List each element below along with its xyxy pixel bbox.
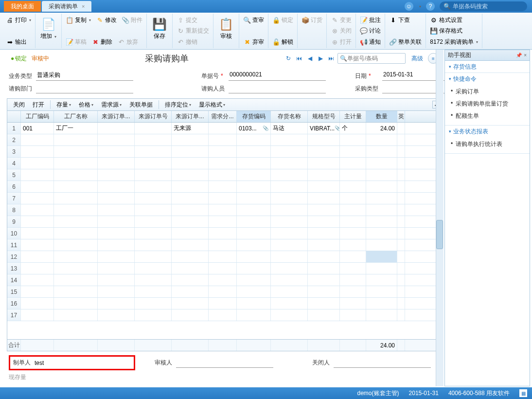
table-cell[interactable] [271, 298, 308, 309]
table-row[interactable]: 16 [7, 298, 442, 309]
table-cell[interactable] [98, 169, 135, 181]
table-cell[interactable] [54, 274, 98, 286]
table-cell[interactable] [340, 146, 366, 157]
table-cell[interactable] [308, 181, 340, 192]
grid-stock-button[interactable]: 存量▾ [53, 100, 74, 110]
table-cell[interactable] [271, 228, 308, 239]
table-cell[interactable] [172, 274, 209, 286]
table-cell[interactable] [135, 158, 172, 169]
table-cell[interactable] [340, 309, 366, 321]
order-button[interactable]: 📦订货 [300, 15, 324, 25]
table-cell[interactable] [237, 134, 271, 145]
biz-type-value[interactable]: 普通采购 [36, 71, 133, 81]
table-cell[interactable] [135, 251, 172, 262]
table-cell[interactable] [397, 181, 405, 192]
discard-button[interactable]: ↶放弃 [115, 36, 140, 47]
table-cell[interactable] [397, 298, 405, 309]
table-row[interactable]: 9 [7, 216, 442, 228]
column-header[interactable]: 来源订单... [98, 111, 135, 122]
table-cell[interactable] [366, 193, 397, 204]
last-button[interactable]: ⏭ [327, 54, 336, 63]
table-cell[interactable]: 14 [7, 274, 21, 286]
table-cell[interactable]: 8 [7, 204, 21, 216]
table-cell[interactable]: 24.00 [366, 123, 397, 134]
sidebar-item[interactable]: 采购订单 [445, 86, 530, 98]
table-cell[interactable] [271, 251, 308, 262]
table-cell[interactable] [98, 216, 135, 227]
table-cell[interactable] [21, 158, 54, 169]
table-cell[interactable] [172, 181, 209, 192]
table-cell[interactable]: 16 [7, 298, 21, 309]
tab-purchase-requisition[interactable]: 采购请购单× [42, 1, 91, 12]
table-row[interactable]: 6 [7, 181, 442, 193]
table-cell[interactable] [366, 309, 397, 321]
table-cell[interactable] [308, 169, 340, 181]
table-cell[interactable] [209, 146, 237, 157]
table-cell[interactable] [135, 204, 172, 216]
table-cell[interactable] [237, 193, 271, 204]
table-cell[interactable] [172, 158, 209, 169]
table-cell[interactable] [209, 286, 237, 297]
resubmit-button[interactable]: ↻重新提交 [175, 26, 211, 36]
table-cell[interactable] [209, 309, 237, 321]
table-cell[interactable] [366, 239, 397, 251]
table-cell[interactable] [135, 286, 172, 297]
table-cell[interactable] [21, 204, 54, 216]
table-cell[interactable] [237, 239, 271, 251]
table-cell[interactable] [54, 169, 98, 181]
copy-button[interactable]: 📋复制▾ [64, 15, 93, 25]
table-row[interactable]: 1001工厂一无来源0103...📎马达VIBRAT...📎个24.00 [7, 123, 442, 134]
audit-button[interactable]: 📋 审核 [215, 15, 237, 42]
table-cell[interactable] [54, 193, 98, 204]
table-cell[interactable] [397, 204, 405, 216]
table-row[interactable]: 2 [7, 134, 442, 146]
table-cell[interactable] [271, 181, 308, 192]
draft-button[interactable]: 📝草稿 [64, 36, 89, 47]
table-cell[interactable] [21, 309, 54, 321]
table-cell[interactable] [209, 169, 237, 181]
close-button[interactable]: ⊗关闭 [329, 26, 354, 36]
table-cell[interactable] [54, 146, 98, 157]
person-value[interactable] [229, 84, 326, 93]
attach-button[interactable]: 📎附件 [120, 15, 144, 25]
table-cell[interactable] [237, 169, 271, 181]
table-cell[interactable] [21, 263, 54, 274]
table-row[interactable]: 5 [7, 169, 442, 181]
sidebar-item[interactable]: 采购请购单批量订货 [445, 98, 530, 110]
table-cell[interactable] [54, 181, 98, 192]
table-cell[interactable] [271, 216, 308, 227]
table-cell[interactable] [397, 169, 405, 181]
table-cell[interactable] [135, 298, 172, 309]
table-cell[interactable] [340, 181, 366, 192]
table-cell[interactable] [340, 193, 366, 204]
table-cell[interactable] [308, 274, 340, 286]
format-set-button[interactable]: ⚙格式设置 [428, 15, 480, 25]
column-header[interactable]: 存货名称 [271, 111, 308, 122]
column-header[interactable] [7, 111, 21, 122]
table-cell[interactable] [366, 286, 397, 297]
column-header[interactable]: 工厂编码 [21, 111, 54, 122]
table-cell[interactable] [98, 181, 135, 192]
table-cell[interactable] [98, 123, 135, 134]
table-cell[interactable] [135, 181, 172, 192]
table-cell[interactable] [209, 193, 237, 204]
grid-open-button[interactable]: 打开 [30, 100, 47, 110]
table-cell[interactable] [340, 298, 366, 309]
table-cell[interactable] [237, 251, 271, 262]
table-cell[interactable] [397, 146, 405, 157]
table-cell[interactable] [271, 146, 308, 157]
table-cell[interactable] [397, 228, 405, 239]
table-cell[interactable] [366, 263, 397, 274]
table-row[interactable]: 12 [7, 251, 442, 263]
table-cell[interactable]: 马达 [271, 123, 308, 134]
barcode-search-input[interactable] [453, 3, 521, 10]
table-cell[interactable] [54, 286, 98, 297]
lock-button[interactable]: 🔒锁定 [270, 15, 295, 25]
table-cell[interactable] [366, 251, 397, 262]
change-button[interactable]: ✎变更 [329, 15, 354, 25]
table-cell[interactable]: 10 [7, 228, 21, 239]
table-cell[interactable] [172, 193, 209, 204]
table-row[interactable]: 3 [7, 146, 442, 158]
smiley-icon[interactable]: ☺ [405, 2, 413, 11]
table-cell[interactable] [98, 158, 135, 169]
